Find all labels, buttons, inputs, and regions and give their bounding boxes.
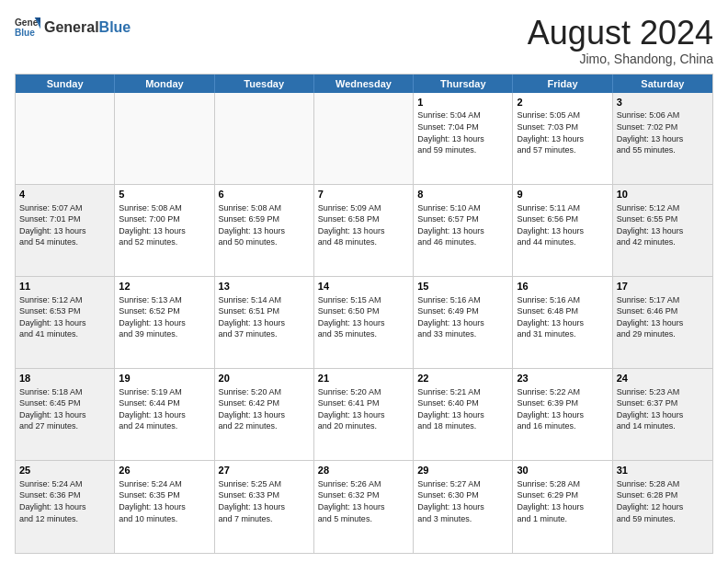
logo-icon: General Blue [15,15,40,40]
calendar-cell: 19Sunrise: 5:19 AM Sunset: 6:44 PM Dayli… [115,369,214,460]
calendar-cell: 18Sunrise: 5:18 AM Sunset: 6:45 PM Dayli… [16,369,115,460]
logo-text: General Blue [44,19,131,36]
cell-daylight-info: Sunrise: 5:27 AM Sunset: 6:30 PM Dayligh… [417,479,484,523]
day-number: 9 [517,188,608,201]
calendar-cell: 24Sunrise: 5:23 AM Sunset: 6:37 PM Dayli… [613,369,712,460]
day-number: 5 [119,188,210,201]
cell-daylight-info: Sunrise: 5:28 AM Sunset: 6:28 PM Dayligh… [617,479,684,523]
cell-daylight-info: Sunrise: 5:21 AM Sunset: 6:40 PM Dayligh… [417,387,484,431]
cell-daylight-info: Sunrise: 5:28 AM Sunset: 6:29 PM Dayligh… [517,479,584,523]
weekday-header: Sunday [16,75,115,93]
cell-daylight-info: Sunrise: 5:13 AM Sunset: 6:52 PM Dayligh… [119,295,186,339]
calendar-week-row: 18Sunrise: 5:18 AM Sunset: 6:45 PM Dayli… [16,369,712,461]
title-area: August 2024 Jimo, Shandong, China [528,15,713,66]
calendar-week-row: 25Sunrise: 5:24 AM Sunset: 6:36 PM Dayli… [16,461,712,553]
day-number: 2 [517,96,608,109]
cell-daylight-info: Sunrise: 5:06 AM Sunset: 7:02 PM Dayligh… [617,110,684,155]
day-number: 13 [219,280,310,293]
calendar-cell: 1Sunrise: 5:04 AM Sunset: 7:04 PM Daylig… [414,93,513,184]
calendar-cell: 9Sunrise: 5:11 AM Sunset: 6:56 PM Daylig… [513,185,612,276]
day-number: 18 [19,372,110,385]
calendar-week-row: 4Sunrise: 5:07 AM Sunset: 7:01 PM Daylig… [16,185,712,277]
cell-daylight-info: Sunrise: 5:11 AM Sunset: 6:56 PM Dayligh… [517,203,584,247]
calendar-week-row: 1Sunrise: 5:04 AM Sunset: 7:04 PM Daylig… [16,93,712,185]
day-number: 11 [19,280,110,293]
day-number: 7 [318,188,409,201]
cell-daylight-info: Sunrise: 5:20 AM Sunset: 6:41 PM Dayligh… [318,387,385,431]
calendar-cell: 23Sunrise: 5:22 AM Sunset: 6:39 PM Dayli… [513,369,612,460]
calendar-cell: 2Sunrise: 5:05 AM Sunset: 7:03 PM Daylig… [513,93,612,184]
calendar-cell: 10Sunrise: 5:12 AM Sunset: 6:55 PM Dayli… [613,185,712,276]
calendar-cell: 6Sunrise: 5:08 AM Sunset: 6:59 PM Daylig… [215,185,314,276]
day-number: 28 [318,464,409,477]
day-number: 14 [318,280,409,293]
calendar-cell: 13Sunrise: 5:14 AM Sunset: 6:51 PM Dayli… [215,277,314,368]
day-number: 21 [318,372,409,385]
calendar-cell: 16Sunrise: 5:16 AM Sunset: 6:48 PM Dayli… [513,277,612,368]
weekday-header: Monday [115,75,214,93]
cell-daylight-info: Sunrise: 5:25 AM Sunset: 6:33 PM Dayligh… [219,479,286,523]
day-number: 24 [617,372,709,385]
calendar-cell: 12Sunrise: 5:13 AM Sunset: 6:52 PM Dayli… [115,277,214,368]
day-number: 22 [417,372,508,385]
cell-daylight-info: Sunrise: 5:10 AM Sunset: 6:57 PM Dayligh… [417,203,484,247]
calendar-cell: 15Sunrise: 5:16 AM Sunset: 6:49 PM Dayli… [414,277,513,368]
calendar-cell: 7Sunrise: 5:09 AM Sunset: 6:58 PM Daylig… [314,185,414,276]
cell-daylight-info: Sunrise: 5:20 AM Sunset: 6:42 PM Dayligh… [219,387,286,431]
calendar-cell: 3Sunrise: 5:06 AM Sunset: 7:02 PM Daylig… [613,93,712,184]
logo: General Blue General Blue [15,15,131,40]
day-number: 10 [617,188,709,201]
logo-blue: Blue [99,19,131,36]
cell-daylight-info: Sunrise: 5:22 AM Sunset: 6:39 PM Dayligh… [517,387,584,431]
weekday-header: Friday [513,75,612,93]
calendar-cell: 8Sunrise: 5:10 AM Sunset: 6:57 PM Daylig… [414,185,513,276]
day-number: 4 [19,188,110,201]
calendar-header: SundayMondayTuesdayWednesdayThursdayFrid… [16,75,712,93]
cell-daylight-info: Sunrise: 5:12 AM Sunset: 6:53 PM Dayligh… [19,295,86,339]
day-number: 19 [119,372,210,385]
header: General Blue General Blue August 2024 Ji… [15,15,713,66]
cell-daylight-info: Sunrise: 5:19 AM Sunset: 6:44 PM Dayligh… [119,387,186,431]
cell-daylight-info: Sunrise: 5:18 AM Sunset: 6:45 PM Dayligh… [19,387,86,431]
calendar-cell: 20Sunrise: 5:20 AM Sunset: 6:42 PM Dayli… [215,369,314,460]
day-number: 30 [517,464,608,477]
cell-daylight-info: Sunrise: 5:24 AM Sunset: 6:35 PM Dayligh… [119,479,186,523]
calendar-cell: 11Sunrise: 5:12 AM Sunset: 6:53 PM Dayli… [16,277,115,368]
weekday-header: Saturday [613,75,712,93]
calendar-cell: 22Sunrise: 5:21 AM Sunset: 6:40 PM Dayli… [414,369,513,460]
calendar-cell [115,93,214,184]
cell-daylight-info: Sunrise: 5:14 AM Sunset: 6:51 PM Dayligh… [219,295,286,339]
calendar-cell: 17Sunrise: 5:17 AM Sunset: 6:46 PM Dayli… [613,277,712,368]
day-number: 16 [517,280,608,293]
cell-daylight-info: Sunrise: 5:16 AM Sunset: 6:49 PM Dayligh… [417,295,484,339]
day-number: 25 [19,464,110,477]
calendar-cell: 29Sunrise: 5:27 AM Sunset: 6:30 PM Dayli… [414,461,513,553]
calendar-cell: 14Sunrise: 5:15 AM Sunset: 6:50 PM Dayli… [314,277,414,368]
weekday-header: Wednesday [314,75,414,93]
day-number: 15 [417,280,508,293]
day-number: 26 [119,464,210,477]
calendar-cell [16,93,115,184]
calendar-cell [314,93,414,184]
calendar-week-row: 11Sunrise: 5:12 AM Sunset: 6:53 PM Dayli… [16,277,712,369]
day-number: 20 [219,372,310,385]
calendar-cell: 30Sunrise: 5:28 AM Sunset: 6:29 PM Dayli… [513,461,612,553]
calendar-body: 1Sunrise: 5:04 AM Sunset: 7:04 PM Daylig… [16,93,712,553]
cell-daylight-info: Sunrise: 5:09 AM Sunset: 6:58 PM Dayligh… [318,203,385,247]
calendar-cell: 4Sunrise: 5:07 AM Sunset: 7:01 PM Daylig… [16,185,115,276]
page: General Blue General Blue August 2024 Ji… [0,0,728,563]
day-number: 8 [417,188,508,201]
calendar-cell: 5Sunrise: 5:08 AM Sunset: 7:00 PM Daylig… [115,185,214,276]
calendar-cell: 26Sunrise: 5:24 AM Sunset: 6:35 PM Dayli… [115,461,214,553]
day-number: 27 [219,464,310,477]
cell-daylight-info: Sunrise: 5:07 AM Sunset: 7:01 PM Dayligh… [19,203,86,247]
weekday-header: Tuesday [215,75,314,93]
cell-daylight-info: Sunrise: 5:08 AM Sunset: 7:00 PM Dayligh… [119,203,186,247]
day-number: 17 [617,280,709,293]
day-number: 12 [119,280,210,293]
cell-daylight-info: Sunrise: 5:26 AM Sunset: 6:32 PM Dayligh… [318,479,385,523]
cell-daylight-info: Sunrise: 5:12 AM Sunset: 6:55 PM Dayligh… [617,203,684,247]
cell-daylight-info: Sunrise: 5:23 AM Sunset: 6:37 PM Dayligh… [617,387,684,431]
cell-daylight-info: Sunrise: 5:04 AM Sunset: 7:04 PM Dayligh… [417,110,484,155]
cell-daylight-info: Sunrise: 5:17 AM Sunset: 6:46 PM Dayligh… [617,295,684,339]
